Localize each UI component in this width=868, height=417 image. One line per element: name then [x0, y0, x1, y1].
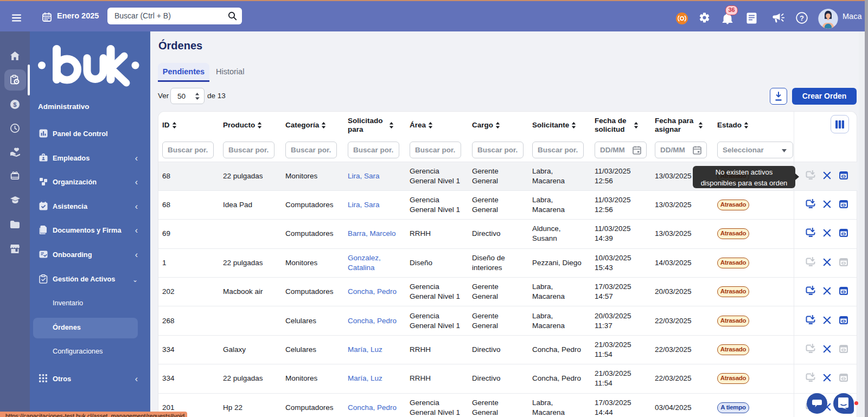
svg-text:?: ?	[800, 14, 804, 22]
svg-text:$: $	[13, 101, 17, 108]
